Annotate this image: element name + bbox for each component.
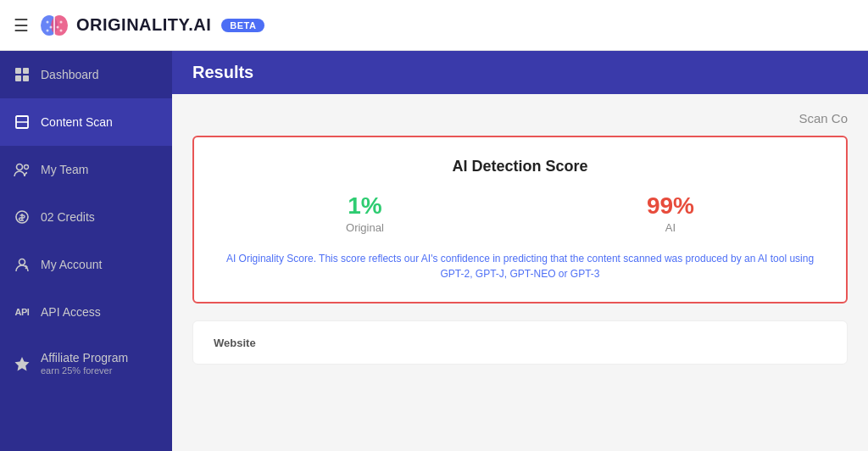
svg-point-5 [47, 29, 49, 31]
svg-point-3 [47, 20, 49, 23]
svg-marker-19 [15, 357, 30, 370]
scan-co-label: Scan Co [192, 111, 848, 125]
detection-description: AI Originality Score. This score reflect… [214, 251, 826, 281]
brain-icon [39, 10, 70, 41]
original-score-label: Original [346, 221, 384, 234]
svg-rect-12 [23, 75, 29, 81]
svg-point-6 [60, 20, 63, 23]
api-icon: API [14, 303, 31, 320]
scores-row: 1% Original 99% AI [214, 192, 826, 234]
grid-icon [14, 66, 31, 83]
sidebar-item-affiliate[interactable]: Affiliate Program earn 25% forever [0, 336, 172, 391]
sidebar-item-credits[interactable]: 02 Credits [0, 193, 172, 241]
sidebar-item-my-team-label: My Team [41, 163, 89, 176]
svg-point-8 [60, 29, 63, 31]
svg-rect-9 [15, 68, 21, 74]
website-label: Website [214, 337, 256, 349]
website-section: Website [192, 320, 848, 365]
sidebar-item-api-access-label: API Access [41, 305, 101, 319]
detection-card: AI Detection Score 1% Original 99% AI AI… [192, 136, 848, 303]
hamburger-icon[interactable]: ☰ [14, 15, 29, 36]
ai-score-block: 99% AI [647, 192, 694, 234]
sidebar-item-my-account-label: My Account [41, 258, 102, 271]
svg-point-7 [57, 25, 59, 28]
original-score-block: 1% Original [346, 192, 384, 234]
results-header: Results [172, 51, 868, 94]
beta-badge: BETA [221, 19, 264, 32]
content-area: Scan Co AI Detection Score 1% Original 9… [172, 94, 868, 451]
layout: Dashboard Content Scan My [0, 51, 868, 451]
svg-point-1 [51, 15, 68, 36]
results-title: Results [192, 63, 253, 81]
original-score-value: 1% [346, 192, 384, 220]
svg-point-18 [19, 259, 25, 265]
logo-text: ORIGINALITY.AI [76, 15, 211, 35]
svg-point-15 [17, 164, 23, 170]
sidebar-item-content-scan[interactable]: Content Scan [0, 98, 172, 146]
detection-title: AI Detection Score [214, 158, 826, 175]
credits-icon [14, 209, 31, 226]
topbar: ☰ ORIGINALITY.AI BETA [0, 0, 868, 51]
sidebar-item-my-account[interactable]: My Account [0, 241, 172, 288]
sidebar-item-affiliate-sublabel: earn 25% forever [41, 365, 128, 376]
sidebar-item-dashboard-label: Dashboard [41, 68, 99, 81]
scan-icon [14, 114, 31, 131]
logo-container: ORIGINALITY.AI [39, 10, 211, 41]
sidebar-item-credits-label: 02 Credits [41, 210, 95, 224]
svg-rect-10 [23, 68, 29, 74]
svg-point-4 [50, 25, 53, 28]
svg-point-16 [25, 165, 29, 170]
sidebar-item-dashboard[interactable]: Dashboard [0, 51, 172, 98]
account-icon [14, 256, 31, 273]
ai-score-label: AI [647, 221, 694, 234]
team-icon [14, 161, 31, 178]
description-static: AI Originality Score. [226, 253, 316, 264]
ai-score-value: 99% [647, 192, 694, 220]
star-icon [14, 355, 31, 372]
sidebar-item-content-scan-label: Content Scan [41, 115, 113, 129]
sidebar-item-my-team[interactable]: My Team [0, 146, 172, 193]
sidebar-item-api-access[interactable]: API API Access [0, 288, 172, 336]
main-content: Results Scan Co AI Detection Score 1% Or… [172, 51, 868, 451]
description-highlight: This score reflects our AI's confidence … [319, 253, 814, 264]
description-models: GPT-2, GPT-J, GPT-NEO or GPT-3 [440, 268, 599, 280]
svg-rect-11 [15, 75, 21, 81]
sidebar-item-affiliate-label: Affiliate Program [41, 351, 128, 365]
sidebar: Dashboard Content Scan My [0, 51, 172, 451]
